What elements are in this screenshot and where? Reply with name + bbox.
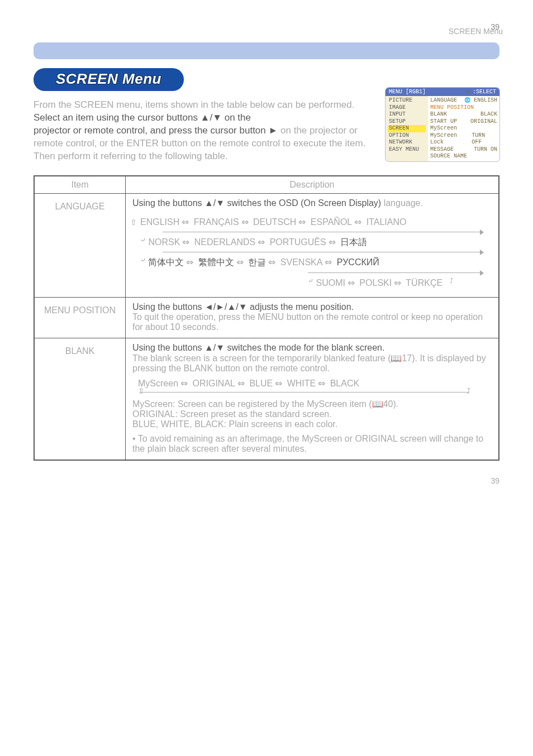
section-header-label: SCREEN Menu bbox=[449, 27, 503, 36]
globe-icon: 🌐 bbox=[464, 98, 470, 104]
osd-row-key: BLANK bbox=[430, 111, 447, 118]
osd-left-col: PICTURE IMAGE INPUT SETUP SCREEN OPTION … bbox=[386, 96, 428, 161]
osd-row-key: MyScreen bbox=[430, 125, 457, 132]
up-arrow-icon: ⤴ bbox=[450, 277, 453, 285]
intro-line-2a: projector or remote control, and press t… bbox=[34, 125, 278, 136]
up-arrow-icon: ⇧ bbox=[130, 215, 137, 230]
row-name-language: LANGUAGE bbox=[34, 193, 126, 298]
page-number-top: 39 bbox=[34, 22, 499, 31]
lang-item: 日本語 bbox=[340, 237, 367, 247]
intro-line-1: Select an item using the cursor buttons … bbox=[34, 112, 377, 125]
osd-row-key-selected: MENU POSITION bbox=[430, 104, 474, 112]
row-name-menu-position: MENU POSITION bbox=[34, 298, 126, 338]
osd-left-item: INPUT bbox=[388, 111, 426, 118]
osd-row-val: TURN ON bbox=[474, 146, 497, 154]
osd-left-item: SETUP bbox=[388, 118, 426, 126]
osd-left-item: PICTURE bbox=[388, 97, 426, 104]
lang-item: ITALIANO bbox=[367, 217, 407, 227]
down-arrow-icon: ⤶ bbox=[308, 277, 313, 285]
table-header-item: Item bbox=[34, 176, 126, 194]
blank-note: • To avoid remaining as an afterimage, t… bbox=[132, 434, 492, 454]
osd-row-key: MyScreen Lock bbox=[430, 132, 472, 146]
down-arrow-icon: ⤶ bbox=[140, 236, 146, 244]
lang-item: РУССКИЙ bbox=[337, 257, 379, 267]
table-header-desc: Description bbox=[126, 176, 499, 194]
select-icon: ✥ bbox=[467, 89, 469, 95]
lang-item: SVENSKA bbox=[280, 257, 323, 267]
language-flow: ⇧ ENGLISH⇔ FRANÇAIS⇔ DEUTSCH⇔ ESPAÑOL⇔ I… bbox=[132, 214, 492, 292]
blank-row-colors: BLUE, WHITE, BLACK: Plain screens in eac… bbox=[132, 419, 492, 429]
lang-item: POLSKI bbox=[359, 278, 392, 288]
osd-row-val: ENGLISH bbox=[474, 97, 497, 103]
osd-top-right-label: :SELECT bbox=[473, 89, 496, 95]
lang-item: PORTUGUÊS bbox=[270, 237, 326, 247]
lang-item: SUOMI bbox=[316, 278, 345, 288]
up-arrow-icon: ⤴ bbox=[467, 386, 470, 395]
menuposition-desc-1: Using the buttons ◄/►/▲/▼ adjusts the me… bbox=[132, 302, 492, 312]
osd-row-key: SOURCE NAME bbox=[430, 153, 467, 160]
osd-row-key: MESSAGE bbox=[430, 146, 454, 154]
osd-right-col: LANGUAGE🌐 ENGLISH MENU POSITION BLANKBLA… bbox=[428, 96, 499, 161]
lang-item: 简体中文 bbox=[148, 257, 184, 267]
osd-left-item: OPTION bbox=[388, 132, 426, 140]
blank-opt: BLACK bbox=[330, 379, 359, 388]
blank-opt: WHITE bbox=[287, 379, 316, 388]
header-bar bbox=[34, 42, 499, 59]
blank-row-myscreen: MyScreen: Screen can be registered by th… bbox=[132, 399, 492, 409]
osd-left-item: EASY MENU bbox=[388, 146, 426, 154]
lang-item: 한글 bbox=[248, 257, 266, 267]
lang-item: ESPAÑOL bbox=[311, 217, 352, 227]
lang-item: NEDERLANDS bbox=[194, 237, 255, 247]
osd-row-val: ORIGINAL bbox=[470, 118, 497, 126]
osd-row-key: START UP bbox=[430, 118, 457, 126]
language-desc-a: Using the buttons ▲/▼ switches the OSD (… bbox=[132, 198, 381, 208]
lang-item: TÜRKÇE bbox=[406, 278, 442, 288]
book-icon: 📖 bbox=[372, 399, 383, 409]
osd-top-left: MENU [RGB1] bbox=[389, 89, 426, 95]
blank-row-original: ORIGINAL: Screen preset as the standard … bbox=[132, 409, 492, 419]
title-pill: SCREEN Menu bbox=[34, 68, 184, 91]
osd-row-val: TURN OFF bbox=[472, 132, 497, 146]
blank-desc-1: Using the buttons ▲/▼ switches the mode … bbox=[132, 343, 492, 353]
osd-left-item-selected: SCREEN bbox=[388, 125, 426, 132]
osd-left-item: NETWORK bbox=[388, 139, 426, 146]
language-desc-b: language. bbox=[381, 198, 423, 208]
blank-opt: ORIGINAL bbox=[192, 379, 235, 388]
intro-text: From the SCREEN menu, items shown in the… bbox=[34, 99, 377, 163]
osd-row-val: BLACK bbox=[480, 111, 497, 118]
osd-figure: MENU [RGB1] ✥ :SELECT PICTURE IMAGE INPU… bbox=[386, 88, 499, 161]
lang-item: NORSK bbox=[148, 237, 180, 247]
settings-table: Item Description LANGUAGE Using the butt… bbox=[34, 175, 499, 461]
lang-item: ENGLISH bbox=[140, 217, 179, 227]
lang-item: 繁體中文 bbox=[198, 257, 234, 267]
osd-left-item: IMAGE bbox=[388, 104, 426, 112]
up-arrow-icon: ⇧ bbox=[138, 386, 145, 395]
page-number-bottom: 39 bbox=[34, 476, 499, 485]
book-icon: 📖 bbox=[391, 353, 402, 363]
intro-lead: From the SCREEN menu, items shown in the… bbox=[34, 99, 377, 112]
menuposition-desc-2: To quit the operation, press the MENU bu… bbox=[132, 312, 492, 332]
row-name-blank: BLANK bbox=[34, 338, 126, 461]
blank-desc-2: The blank screen is a screen for the tem… bbox=[132, 353, 492, 374]
blank-options-flow: MyScreen⇔ ORIGINAL⇔ BLUE⇔ WHITE⇔ BLACK ⇧… bbox=[132, 378, 492, 395]
lang-item: DEUTSCH bbox=[253, 217, 296, 227]
osd-row-key: LANGUAGE bbox=[430, 97, 457, 104]
blank-opt: BLUE bbox=[249, 379, 273, 388]
down-arrow-icon: ⤶ bbox=[140, 256, 146, 264]
lang-item: FRANÇAIS bbox=[194, 217, 239, 227]
